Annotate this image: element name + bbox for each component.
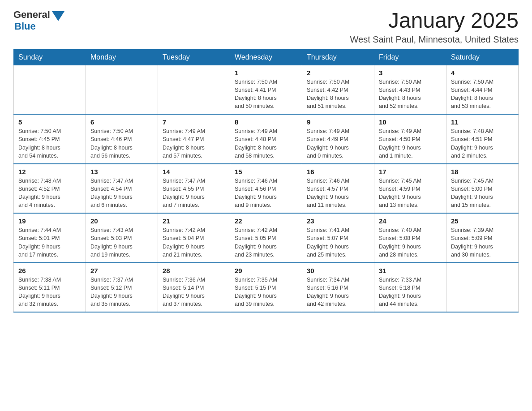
- calendar-cell: 20Sunrise: 7:43 AM Sunset: 5:03 PM Dayli…: [86, 213, 158, 263]
- calendar-cell: 9Sunrise: 7:49 AM Sunset: 4:49 PM Daylig…: [302, 114, 374, 164]
- calendar-cell: 6Sunrise: 7:50 AM Sunset: 4:46 PM Daylig…: [86, 114, 158, 164]
- day-info: Sunrise: 7:50 AM Sunset: 4:41 PM Dayligh…: [235, 78, 297, 111]
- week-row-5: 26Sunrise: 7:38 AM Sunset: 5:11 PM Dayli…: [14, 263, 519, 313]
- calendar-cell: 30Sunrise: 7:34 AM Sunset: 5:16 PM Dayli…: [302, 263, 374, 313]
- calendar-cell: 7Sunrise: 7:49 AM Sunset: 4:47 PM Daylig…: [158, 114, 230, 164]
- day-number: 18: [451, 168, 514, 176]
- day-info: Sunrise: 7:45 AM Sunset: 5:00 PM Dayligh…: [451, 177, 514, 210]
- day-info: Sunrise: 7:43 AM Sunset: 5:03 PM Dayligh…: [90, 226, 153, 259]
- calendar-cell: 28Sunrise: 7:36 AM Sunset: 5:14 PM Dayli…: [158, 263, 230, 313]
- day-number: 19: [18, 217, 81, 225]
- calendar-cell: 24Sunrise: 7:40 AM Sunset: 5:08 PM Dayli…: [374, 213, 446, 263]
- day-number: 6: [90, 118, 153, 126]
- day-info: Sunrise: 7:42 AM Sunset: 5:04 PM Dayligh…: [163, 226, 225, 259]
- day-info: Sunrise: 7:49 AM Sunset: 4:49 PM Dayligh…: [307, 127, 369, 160]
- calendar-cell: 5Sunrise: 7:50 AM Sunset: 4:45 PM Daylig…: [14, 114, 86, 164]
- day-info: Sunrise: 7:49 AM Sunset: 4:47 PM Dayligh…: [163, 127, 225, 160]
- day-info: Sunrise: 7:40 AM Sunset: 5:08 PM Dayligh…: [379, 226, 442, 259]
- calendar-cell: 12Sunrise: 7:48 AM Sunset: 4:52 PM Dayli…: [14, 164, 86, 214]
- day-number: 1: [235, 69, 297, 77]
- calendar-cell: 19Sunrise: 7:44 AM Sunset: 5:01 PM Dayli…: [14, 213, 86, 263]
- day-info: Sunrise: 7:36 AM Sunset: 5:14 PM Dayligh…: [163, 276, 225, 308]
- calendar-cell: 8Sunrise: 7:49 AM Sunset: 4:48 PM Daylig…: [230, 114, 302, 164]
- day-number: 8: [235, 118, 297, 126]
- header: General Blue January 2025 West Saint Pau…: [13, 9, 519, 45]
- day-number: 24: [379, 217, 442, 225]
- day-info: Sunrise: 7:35 AM Sunset: 5:15 PM Dayligh…: [235, 276, 297, 308]
- calendar-subtitle: West Saint Paul, Minnesota, United State…: [350, 34, 519, 45]
- calendar-cell: 21Sunrise: 7:42 AM Sunset: 5:04 PM Dayli…: [158, 213, 230, 263]
- day-info: Sunrise: 7:48 AM Sunset: 4:51 PM Dayligh…: [451, 127, 514, 160]
- day-info: Sunrise: 7:45 AM Sunset: 4:59 PM Dayligh…: [379, 177, 442, 210]
- day-info: Sunrise: 7:42 AM Sunset: 5:05 PM Dayligh…: [235, 226, 297, 259]
- calendar-cell: 29Sunrise: 7:35 AM Sunset: 5:15 PM Dayli…: [230, 263, 302, 313]
- day-number: 31: [379, 267, 442, 274]
- day-number: 17: [379, 168, 442, 176]
- header-day-sunday: Sunday: [14, 49, 86, 65]
- calendar-cell: 4Sunrise: 7:50 AM Sunset: 4:44 PM Daylig…: [446, 65, 519, 114]
- day-number: 10: [379, 118, 442, 126]
- calendar-cell: 14Sunrise: 7:47 AM Sunset: 4:55 PM Dayli…: [158, 164, 230, 214]
- header-day-saturday: Saturday: [446, 49, 519, 65]
- calendar-cell: 31Sunrise: 7:33 AM Sunset: 5:18 PM Dayli…: [374, 263, 446, 313]
- day-number: 7: [163, 118, 225, 126]
- day-info: Sunrise: 7:46 AM Sunset: 4:57 PM Dayligh…: [307, 177, 369, 210]
- day-info: Sunrise: 7:44 AM Sunset: 5:01 PM Dayligh…: [18, 226, 81, 259]
- day-number: 28: [163, 267, 225, 274]
- day-number: 21: [163, 217, 225, 225]
- calendar-cell: 27Sunrise: 7:37 AM Sunset: 5:12 PM Dayli…: [86, 263, 158, 313]
- calendar-table: SundayMondayTuesdayWednesdayThursdayFrid…: [13, 49, 519, 313]
- week-row-2: 5Sunrise: 7:50 AM Sunset: 4:45 PM Daylig…: [14, 114, 519, 164]
- logo: General Blue: [13, 9, 64, 32]
- header-day-wednesday: Wednesday: [230, 49, 302, 65]
- calendar-cell: 11Sunrise: 7:48 AM Sunset: 4:51 PM Dayli…: [446, 114, 519, 164]
- calendar-cell: 2Sunrise: 7:50 AM Sunset: 4:42 PM Daylig…: [302, 65, 374, 114]
- day-info: Sunrise: 7:41 AM Sunset: 5:07 PM Dayligh…: [307, 226, 369, 259]
- calendar-cell: 13Sunrise: 7:47 AM Sunset: 4:54 PM Dayli…: [86, 164, 158, 214]
- day-info: Sunrise: 7:49 AM Sunset: 4:48 PM Dayligh…: [235, 127, 297, 160]
- day-number: 9: [307, 118, 369, 126]
- day-info: Sunrise: 7:37 AM Sunset: 5:12 PM Dayligh…: [90, 276, 153, 308]
- day-info: Sunrise: 7:46 AM Sunset: 4:56 PM Dayligh…: [235, 177, 297, 210]
- calendar-cell: 10Sunrise: 7:49 AM Sunset: 4:50 PM Dayli…: [374, 114, 446, 164]
- day-info: Sunrise: 7:47 AM Sunset: 4:54 PM Dayligh…: [90, 177, 153, 210]
- calendar-cell: 22Sunrise: 7:42 AM Sunset: 5:05 PM Dayli…: [230, 213, 302, 263]
- day-info: Sunrise: 7:50 AM Sunset: 4:42 PM Dayligh…: [307, 78, 369, 111]
- logo-blue-text: Blue: [14, 21, 36, 32]
- calendar-cell: 23Sunrise: 7:41 AM Sunset: 5:07 PM Dayli…: [302, 213, 374, 263]
- day-number: 26: [18, 267, 81, 274]
- week-row-4: 19Sunrise: 7:44 AM Sunset: 5:01 PM Dayli…: [14, 213, 519, 263]
- calendar-cell: 3Sunrise: 7:50 AM Sunset: 4:43 PM Daylig…: [374, 65, 446, 114]
- day-number: 12: [18, 168, 81, 176]
- day-info: Sunrise: 7:50 AM Sunset: 4:43 PM Dayligh…: [379, 78, 442, 111]
- logo-triangle-icon: [52, 11, 64, 21]
- day-number: 11: [451, 118, 514, 126]
- calendar-cell: [158, 65, 230, 114]
- day-number: 23: [307, 217, 369, 225]
- day-number: 30: [307, 267, 369, 274]
- day-info: Sunrise: 7:33 AM Sunset: 5:18 PM Dayligh…: [379, 276, 442, 308]
- day-number: 16: [307, 168, 369, 176]
- day-number: 29: [235, 267, 297, 274]
- day-info: Sunrise: 7:48 AM Sunset: 4:52 PM Dayligh…: [18, 177, 81, 210]
- calendar-cell: 18Sunrise: 7:45 AM Sunset: 5:00 PM Dayli…: [446, 164, 519, 214]
- calendar-cell: 26Sunrise: 7:38 AM Sunset: 5:11 PM Dayli…: [14, 263, 86, 313]
- day-info: Sunrise: 7:38 AM Sunset: 5:11 PM Dayligh…: [18, 276, 81, 308]
- calendar-title: January 2025: [350, 9, 519, 33]
- calendar-cell: 16Sunrise: 7:46 AM Sunset: 4:57 PM Dayli…: [302, 164, 374, 214]
- day-info: Sunrise: 7:49 AM Sunset: 4:50 PM Dayligh…: [379, 127, 442, 160]
- day-number: 20: [90, 217, 153, 225]
- calendar-cell: [86, 65, 158, 114]
- week-row-1: 1Sunrise: 7:50 AM Sunset: 4:41 PM Daylig…: [14, 65, 519, 114]
- day-number: 2: [307, 69, 369, 77]
- calendar-cell: [14, 65, 86, 114]
- calendar-cell: 25Sunrise: 7:39 AM Sunset: 5:09 PM Dayli…: [446, 213, 519, 263]
- day-number: 15: [235, 168, 297, 176]
- day-info: Sunrise: 7:34 AM Sunset: 5:16 PM Dayligh…: [307, 276, 369, 308]
- day-info: Sunrise: 7:50 AM Sunset: 4:45 PM Dayligh…: [18, 127, 81, 160]
- day-info: Sunrise: 7:47 AM Sunset: 4:55 PM Dayligh…: [163, 177, 225, 210]
- day-number: 13: [90, 168, 153, 176]
- day-info: Sunrise: 7:50 AM Sunset: 4:44 PM Dayligh…: [451, 78, 514, 111]
- header-day-monday: Monday: [86, 49, 158, 65]
- title-area: January 2025 West Saint Paul, Minnesota,…: [350, 9, 519, 45]
